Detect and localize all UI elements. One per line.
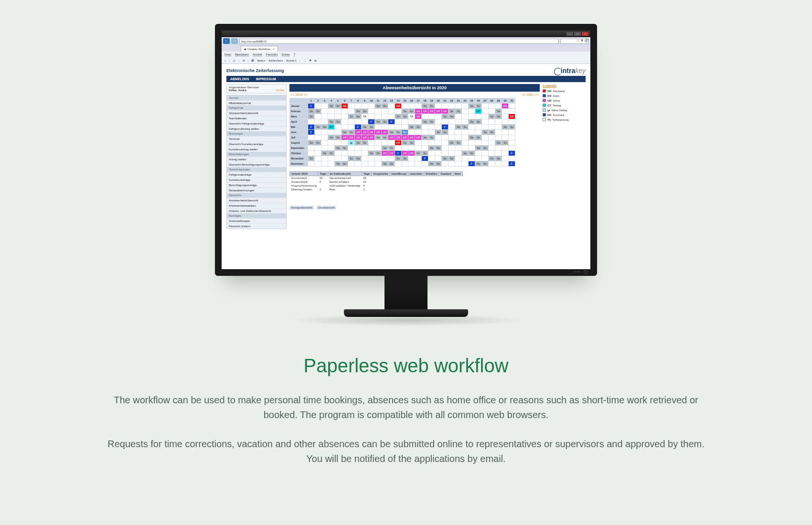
calendar-cell[interactable] <box>355 146 362 151</box>
calendar-cell-absence[interactable]: F <box>442 125 449 130</box>
calendar-cell[interactable] <box>335 130 342 135</box>
calendar-cell[interactable] <box>308 146 315 151</box>
calendar-cell[interactable] <box>509 146 515 151</box>
calendar-cell[interactable] <box>455 119 462 125</box>
calendar-cell[interactable] <box>442 146 449 151</box>
sidebar-item[interactable]: Mitarbeiterjournal <box>227 100 286 105</box>
calendar-cell[interactable] <box>428 114 435 119</box>
calendar-cell[interactable] <box>375 125 382 130</box>
calendar-cell[interactable] <box>502 119 509 125</box>
calendar-cell[interactable] <box>402 146 408 151</box>
calendar-cell[interactable] <box>428 151 435 156</box>
calendar-cell-absence[interactable]: F <box>308 125 315 130</box>
calendar-cell-absence[interactable]: UR <box>362 135 368 140</box>
menu-item[interactable]: Extras <box>282 53 290 56</box>
calendar-cell[interactable] <box>342 140 348 146</box>
back-button[interactable]: ← <box>223 38 230 44</box>
calendar-cell[interactable] <box>348 161 355 167</box>
calendar-cell[interactable] <box>462 156 469 161</box>
calendar-cell[interactable] <box>402 125 408 130</box>
maximize-button[interactable]: ▢ <box>574 32 581 36</box>
calendar-cell[interactable] <box>442 161 449 167</box>
calendar-cell[interactable] <box>469 125 475 130</box>
calendar-cell[interactable] <box>475 156 482 161</box>
calendar-cell[interactable] <box>455 146 462 151</box>
calendar-cell[interactable] <box>321 114 328 119</box>
nav-link[interactable]: ABMELDEN <box>230 77 249 81</box>
calendar-cell[interactable] <box>475 130 482 135</box>
calendar-cell[interactable] <box>395 125 402 130</box>
calendar-cell[interactable] <box>475 125 482 130</box>
calendar-cell[interactable] <box>355 151 362 156</box>
calendar-cell[interactable] <box>328 109 335 114</box>
calendar-cell[interactable] <box>408 146 415 151</box>
next-year-link[interactable]: >> 2021 >> <box>522 93 539 96</box>
toolbar-item[interactable]: Seite <box>257 59 266 62</box>
menu-item[interactable]: Ansicht <box>253 53 262 56</box>
calendar-cell[interactable] <box>321 109 328 114</box>
calendar-cell[interactable] <box>342 125 348 130</box>
calendar-cell[interactable] <box>469 156 475 161</box>
calendar-cell-absence[interactable]: UR <box>435 109 442 114</box>
calendar-cell[interactable] <box>509 119 515 125</box>
calendar-cell-absence[interactable]: DR <box>395 140 402 146</box>
calendar-cell[interactable] <box>415 156 422 161</box>
calendar-cell[interactable] <box>348 109 355 114</box>
favorites-icon[interactable]: ★ <box>580 38 584 44</box>
calendar-cell[interactable] <box>321 140 328 146</box>
calendar-cell[interactable] <box>375 146 382 151</box>
calendar-cell[interactable] <box>348 125 355 130</box>
calendar-cell[interactable] <box>375 156 382 161</box>
calendar-cell[interactable] <box>335 140 342 146</box>
calendar-cell[interactable] <box>469 140 475 146</box>
calendar-cell-absence[interactable]: UR <box>415 109 422 114</box>
toolbar-item[interactable]: ⚑ <box>309 59 311 62</box>
calendar-cell[interactable] <box>502 109 509 114</box>
calendar-cell-absence[interactable]: UR <box>442 109 449 114</box>
calendar-cell[interactable] <box>328 114 335 119</box>
calendar-cell[interactable] <box>335 151 342 156</box>
calendar-cell[interactable] <box>449 119 455 125</box>
calendar-cell[interactable] <box>482 104 489 109</box>
calendar-cell[interactable] <box>428 125 435 130</box>
calendar-cell[interactable] <box>308 119 315 125</box>
forward-button[interactable]: → <box>231 38 238 44</box>
calendar-cell-absence[interactable]: UR <box>408 135 415 140</box>
calendar-cell-absence[interactable]: UR <box>368 130 375 135</box>
calendar-cell[interactable] <box>495 161 502 167</box>
calendar-cell[interactable] <box>362 119 368 125</box>
calendar-cell[interactable] <box>428 130 435 135</box>
menu-item[interactable]: Favoriten <box>266 53 278 56</box>
calendar-cell[interactable] <box>442 135 449 140</box>
calendar-cell[interactable] <box>469 109 475 114</box>
calendar-cell[interactable] <box>415 146 422 151</box>
sidebar-item[interactable]: Terminal <box>227 136 286 141</box>
calendar-cell[interactable] <box>489 125 495 130</box>
sidebar-item[interactable]: Fehlgrundantrag stellen <box>227 126 286 131</box>
toolbar-item[interactable]: ⌂ <box>224 59 226 62</box>
calendar-cell[interactable] <box>435 119 442 125</box>
calendar-cell[interactable] <box>375 114 382 119</box>
calendar-cell[interactable] <box>455 135 462 140</box>
calendar-cell[interactable] <box>362 151 368 156</box>
calendar-cell[interactable] <box>422 161 428 167</box>
calendar-cell[interactable] <box>321 161 328 167</box>
calendar-cell[interactable] <box>415 140 422 146</box>
calendar-cell[interactable] <box>328 161 335 167</box>
calendar-cell[interactable] <box>408 119 415 125</box>
calendar-cell[interactable] <box>408 161 415 167</box>
calendar-cell-absence[interactable]: UR <box>395 135 402 140</box>
calendar-cell[interactable] <box>475 140 482 146</box>
sidebar-item[interactable]: Reiseabrechnungen <box>227 188 286 193</box>
sidebar-item[interactable]: Übersicht Korrekturanträge <box>227 141 286 147</box>
calendar-cell[interactable] <box>355 161 362 167</box>
sidebar-item[interactable]: Berechtigungsanträge <box>227 182 286 188</box>
calendar-cell[interactable] <box>422 146 428 151</box>
calendar-cell[interactable] <box>489 135 495 140</box>
calendar-cell[interactable] <box>435 135 442 140</box>
calendar-cell[interactable] <box>388 104 395 109</box>
calendar-cell[interactable] <box>315 130 321 135</box>
sidebar-item[interactable]: Fehlgrundanträge <box>227 172 286 177</box>
calendar-cell[interactable] <box>395 109 402 114</box>
calendar-cell[interactable] <box>382 156 388 161</box>
